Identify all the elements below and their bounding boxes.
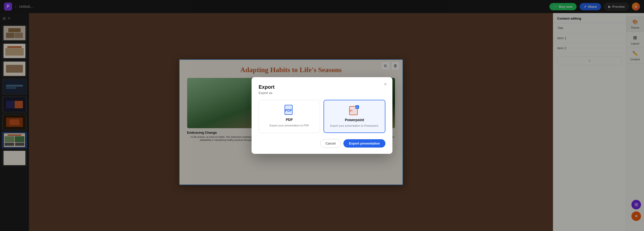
export-modal: × Export Export as PDF PDF Export your p… [252,77,392,154]
modal-overlay[interactable]: × Export Export as PDF PDF Export your p… [0,0,644,231]
pdf-option-name: PDF [286,118,293,122]
pdf-icon: PDF [284,105,295,116]
cancel-button[interactable]: Cancel [320,139,341,148]
svg-text:E: E [356,106,358,109]
modal-close-button[interactable]: × [382,81,389,88]
powerpoint-option-desc: Export your presentation to Powerpoint. [330,124,379,128]
modal-title: Export [259,84,385,90]
svg-text:P↑: P↑ [350,109,353,112]
modal-footer: Cancel Export presentation [259,139,385,148]
pdf-option-desc: Export your presentation to PDF [269,124,309,127]
powerpoint-icon: P↑ E [349,105,360,116]
svg-text:PDF: PDF [285,108,292,112]
export-options: PDF PDF Export your presentation to PDF … [259,100,385,133]
export-option-pdf[interactable]: PDF PDF Export your presentation to PDF [259,100,320,133]
export-presentation-button[interactable]: Export presentation [343,139,385,148]
powerpoint-option-name: Powerpoint [345,118,364,122]
export-option-powerpoint[interactable]: P↑ E Powerpoint Export your presentation… [324,100,385,133]
modal-subtitle: Export as [259,91,385,95]
